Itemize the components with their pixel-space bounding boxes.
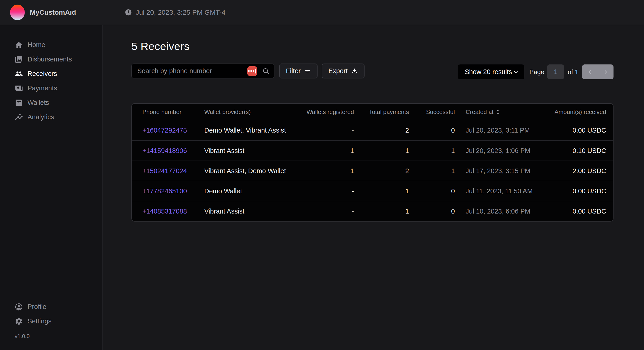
sidebar-footer: Profile Settings v1.0.0 [0, 299, 102, 339]
successful-cell: 1 [409, 167, 455, 175]
disbursements-icon [15, 55, 23, 64]
successful-cell: 0 [409, 208, 455, 215]
created-at-cell: Jul 20, 2023, 1:06 PM [455, 147, 549, 155]
wallets-registered-cell: - [292, 208, 354, 215]
total-payments-cell: 2 [354, 167, 409, 175]
filter-icon [304, 68, 311, 75]
created-at-cell: Jul 10, 2023, 6:06 PM [455, 208, 549, 215]
sidebar-item-label: Home [28, 41, 45, 49]
table-row[interactable]: +14159418906 Vibrant Assist 1 1 1 Jul 20… [132, 140, 613, 161]
next-page-button[interactable] [601, 68, 610, 77]
table-row[interactable]: +17782465100 Demo Wallet - 1 0 Jul 11, 2… [132, 181, 613, 201]
profile-icon [15, 303, 23, 311]
wallets-registered-cell: - [292, 127, 354, 134]
sidebar-item-label: Settings [28, 317, 52, 325]
created-at-cell: Jul 20, 2023, 3:11 PM [455, 127, 549, 134]
filter-button-label: Filter [286, 67, 300, 75]
amount-received-cell: 0.10 USDC [549, 147, 606, 155]
datetime: Jul 20, 2023, 3:25 PM GMT-4 [125, 9, 226, 16]
col-header-wallet-providers: Wallet provider(s) [204, 109, 292, 116]
chevron-down-icon [513, 69, 519, 75]
total-payments-cell: 1 [354, 187, 409, 195]
password-manager-icon[interactable] [247, 66, 257, 76]
phone-number-link[interactable]: +15024177024 [142, 167, 187, 175]
col-header-total-payments: Total payments [354, 109, 409, 116]
search-input[interactable] [137, 67, 247, 75]
col-header-created-at[interactable]: Created at [455, 109, 549, 116]
export-button[interactable]: Export [322, 64, 364, 79]
receivers-icon [15, 70, 23, 78]
brand-name: MyCustomAid [30, 9, 76, 16]
sidebar-item-payments[interactable]: Payments [0, 81, 102, 95]
phone-number-link[interactable]: +14085317088 [142, 208, 187, 215]
app-version: v1.0.0 [0, 333, 102, 339]
col-header-amounts-received: Amount(s) received [549, 109, 606, 116]
table-body: +16047292475 Demo Wallet, Vibrant Assist… [132, 120, 613, 221]
sidebar-item-receivers[interactable]: Receivers [0, 67, 102, 81]
phone-number-link[interactable]: +17782465100 [142, 187, 187, 195]
filter-button[interactable]: Filter [279, 64, 318, 79]
page-title: 5 Receivers [131, 40, 614, 53]
sidebar-item-label: Receivers [28, 70, 57, 78]
wallet-providers-cell: Vibrant Assist, Demo Wallet [204, 167, 292, 175]
download-icon [351, 68, 358, 75]
prev-page-button[interactable] [585, 68, 594, 77]
col-header-phone-number: Phone number [142, 109, 204, 116]
total-payments-cell: 1 [354, 147, 409, 155]
sidebar-item-disbursements[interactable]: Disbursements [0, 52, 102, 67]
receivers-table: Phone number Wallet provider(s) Wallets … [131, 103, 614, 222]
table-header-row: Phone number Wallet provider(s) Wallets … [132, 104, 613, 120]
sidebar-item-home[interactable]: Home [0, 38, 102, 52]
amount-received-cell: 0.00 USDC [549, 127, 606, 134]
home-icon [15, 41, 23, 49]
col-header-successful: Successful [409, 109, 455, 116]
datetime-text: Jul 20, 2023, 3:25 PM GMT-4 [136, 9, 226, 16]
sidebar-item-wallets[interactable]: Wallets [0, 95, 102, 110]
page-of-label: of 1 [568, 68, 578, 76]
wallets-registered-cell: - [292, 187, 354, 195]
sidebar-item-profile[interactable]: Profile [0, 299, 102, 314]
wallet-providers-cell: Demo Wallet [204, 187, 292, 195]
app-logo [10, 5, 25, 20]
search-box [131, 64, 274, 79]
sidebar-item-label: Analytics [28, 113, 54, 121]
sidebar: Home Disbursements Receivers Payments Wa… [0, 25, 103, 350]
analytics-icon [15, 113, 23, 121]
sort-icon [496, 109, 501, 115]
sidebar-item-settings[interactable]: Settings [0, 314, 102, 328]
wallet-providers-cell: Vibrant Assist [204, 208, 292, 215]
col-header-wallets-registered: Wallets registered [292, 109, 354, 116]
results-pagination-controls: Show 20 results Page of 1 [458, 65, 614, 79]
clock-icon [125, 9, 132, 16]
show-results-label: Show 20 results [465, 68, 512, 76]
sidebar-item-label: Payments [28, 84, 57, 92]
amount-received-cell: 0.00 USDC [549, 208, 606, 215]
table-row[interactable]: +16047292475 Demo Wallet, Vibrant Assist… [132, 120, 613, 140]
total-payments-cell: 2 [354, 127, 409, 134]
payments-icon [15, 84, 23, 92]
sidebar-item-label: Disbursements [28, 56, 72, 63]
wallets-icon [15, 99, 23, 107]
phone-number-link[interactable]: +14159418906 [142, 147, 187, 155]
sidebar-item-analytics[interactable]: Analytics [0, 110, 102, 124]
pager [582, 65, 614, 79]
created-at-cell: Jul 17, 2023, 3:15 PM [455, 167, 549, 175]
wallet-providers-cell: Demo Wallet, Vibrant Assist [204, 127, 292, 134]
page-number-input[interactable] [547, 65, 564, 79]
sidebar-item-label: Wallets [28, 99, 49, 106]
table-row[interactable]: +14085317088 Vibrant Assist - 1 0 Jul 10… [132, 201, 613, 221]
wallet-providers-cell: Vibrant Assist [204, 147, 292, 155]
successful-cell: 0 [409, 127, 455, 134]
show-results-select[interactable]: Show 20 results [458, 65, 524, 79]
gear-icon [15, 317, 23, 325]
sidebar-item-label: Profile [28, 303, 46, 310]
table-row[interactable]: +15024177024 Vibrant Assist, Demo Wallet… [132, 161, 613, 181]
topbar: MyCustomAid Jul 20, 2023, 3:25 PM GMT-4 [0, 0, 644, 25]
amount-received-cell: 2.00 USDC [549, 167, 606, 175]
search-icon[interactable] [262, 67, 270, 75]
wallets-registered-cell: 1 [292, 147, 354, 155]
created-at-cell: Jul 11, 2023, 11:50 AM [455, 187, 549, 195]
phone-number-link[interactable]: +16047292475 [142, 127, 187, 134]
total-payments-cell: 1 [354, 208, 409, 215]
successful-cell: 1 [409, 147, 455, 155]
